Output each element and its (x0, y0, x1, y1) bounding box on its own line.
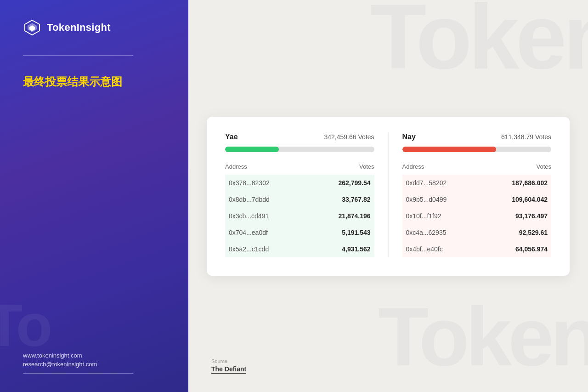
votes-cell: 5,191.543 (307, 224, 374, 241)
sidebar-footer-divider (23, 373, 133, 374)
yae-label: Yae (225, 133, 238, 141)
sidebar-title: 最终投票结果示意图 (23, 74, 165, 90)
main-watermark-bottom: Token (378, 295, 588, 378)
table-row: 0xdd7...58202 187,686.002 (402, 175, 552, 191)
address-cell: 0x4bf...e40fc (402, 241, 481, 257)
yae-column: Yae 342,459.66 Votes Address Votes 0x378… (225, 133, 388, 257)
nay-col-address: Address (402, 161, 481, 175)
yae-col-address: Address (225, 161, 307, 175)
votes-cell: 4,931.562 (307, 241, 374, 257)
main-content: Token Token Yae 342,459.66 Votes Address… (188, 0, 588, 392)
nay-table: Address Votes 0xdd7...58202 187,686.002 … (402, 161, 552, 257)
votes-cell: 92,529.61 (481, 224, 551, 241)
address-cell: 0x5a2...c1cdd (225, 241, 307, 257)
vote-columns: Yae 342,459.66 Votes Address Votes 0x378… (225, 133, 551, 257)
logo-text: TokenInsight (47, 22, 111, 34)
sidebar-footer: www.tokeninsight.com research@tokeninsig… (23, 352, 165, 374)
yae-table: Address Votes 0x378...82302 262,799.54 0… (225, 161, 374, 257)
sidebar-watermark: To (0, 295, 50, 355)
votes-cell: 262,799.54 (307, 175, 374, 191)
yae-progress-bg (225, 147, 374, 152)
table-row: 0xc4a...62935 92,529.61 (402, 224, 552, 241)
yae-progress-fill (225, 147, 279, 152)
vote-card: Yae 342,459.66 Votes Address Votes 0x378… (207, 117, 570, 276)
yae-header: Yae 342,459.66 Votes (225, 133, 374, 141)
source-area: Source The Defiant (211, 358, 246, 374)
nay-header: Nay 611,348.79 Votes (402, 133, 552, 141)
address-cell: 0x704...ea0df (225, 224, 307, 241)
source-link[interactable]: The Defiant (211, 365, 246, 374)
votes-cell: 93,176.497 (481, 208, 551, 224)
nay-label: Nay (402, 133, 416, 141)
sidebar-website: www.tokeninsight.com (23, 352, 165, 359)
votes-cell: 33,767.82 (307, 191, 374, 208)
tokeninsight-logo-icon (23, 18, 41, 37)
sidebar-email: research@tokeninsight.com (23, 361, 165, 368)
address-cell: 0x8db...7dbdd (225, 191, 307, 208)
logo-area: TokenInsight (23, 18, 165, 37)
sidebar: To TokenInsight 最终投票结果示意图 www.tokeninsig… (0, 0, 188, 392)
table-row: 0x704...ea0df 5,191.543 (225, 224, 374, 241)
table-row: 0x5a2...c1cdd 4,931.562 (225, 241, 374, 257)
table-row: 0x4bf...e40fc 64,056.974 (402, 241, 552, 257)
nay-col-votes: Votes (481, 161, 551, 175)
table-row: 0x8db...7dbdd 33,767.82 (225, 191, 374, 208)
address-cell: 0xc4a...62935 (402, 224, 481, 241)
table-row: 0x9b5...d0499 109,604.042 (402, 191, 552, 208)
address-cell: 0x378...82302 (225, 175, 307, 191)
yae-col-votes: Votes (307, 161, 374, 175)
votes-cell: 109,604.042 (481, 191, 551, 208)
address-cell: 0xdd7...58202 (402, 175, 481, 191)
table-row: 0x378...82302 262,799.54 (225, 175, 374, 191)
votes-cell: 187,686.002 (481, 175, 551, 191)
nay-progress-fill (402, 147, 496, 152)
nay-progress-bg (402, 147, 552, 152)
table-row: 0x10f...f1f92 93,176.497 (402, 208, 552, 224)
address-cell: 0x3cb...cd491 (225, 208, 307, 224)
table-row: 0x3cb...cd491 21,874.196 (225, 208, 374, 224)
address-cell: 0x9b5...d0499 (402, 191, 481, 208)
address-cell: 0x10f...f1f92 (402, 208, 481, 224)
source-label: Source (211, 358, 246, 364)
votes-cell: 64,056.974 (481, 241, 551, 257)
nay-total: 611,348.79 Votes (501, 133, 551, 141)
nay-column: Nay 611,348.79 Votes Address Votes 0xdd7… (388, 133, 552, 257)
yae-total: 342,459.66 Votes (324, 133, 374, 141)
sidebar-divider (23, 55, 133, 56)
votes-cell: 21,874.196 (307, 208, 374, 224)
main-watermark-top: Token (370, 0, 588, 83)
